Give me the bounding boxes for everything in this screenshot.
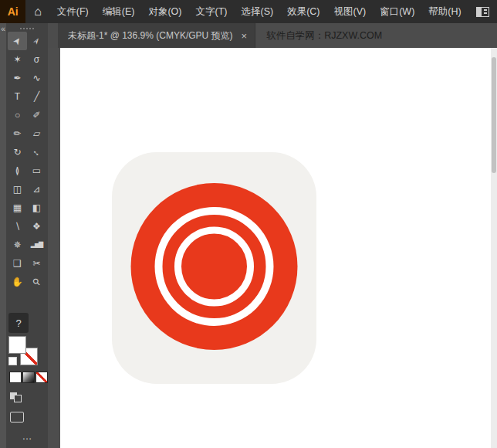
document-tab-label: 未标题-1* @ 136.9% (CMYK/GPU 预览): [68, 29, 233, 42]
line-segment-tool-icon: ╱: [34, 92, 39, 101]
tools-dock: « ➤ ➢ ✶ σ ✒ ∿ T ╱ ○ ✐ ✏ ▱ ↻ ↔ ≬ ▭ ◫ ⊿ ▦ …: [0, 23, 48, 448]
zoom-tool[interactable]: ⚲: [27, 273, 46, 291]
lasso-tool-icon: σ: [34, 55, 39, 64]
menu-select[interactable]: 选择(S): [234, 0, 280, 23]
slice-tool-icon: ✂: [32, 259, 40, 268]
color-mode-row: [9, 372, 48, 383]
pencil-tool[interactable]: ✏: [8, 124, 27, 143]
menu-window[interactable]: 窗口(W): [373, 0, 421, 23]
rotate-tool-icon: ↻: [13, 148, 21, 157]
width-tool[interactable]: ≬: [8, 161, 27, 180]
free-transform-tool-icon: ▭: [32, 166, 41, 175]
blend-tool-icon: ❖: [32, 222, 41, 231]
gradient-tool[interactable]: ◧: [27, 199, 46, 217]
mesh-tool-icon: ▦: [13, 203, 22, 212]
menu-effect[interactable]: 效果(C): [280, 0, 326, 23]
fill-stroke-control: [8, 336, 38, 365]
ellipse-tool[interactable]: ○: [8, 106, 27, 124]
home-icon[interactable]: ⌂: [25, 0, 49, 23]
artboard-tool-icon: ❑: [13, 259, 22, 268]
watermark-text: 软件自学网：RJZXW.COM: [255, 23, 382, 48]
graph-tool-icon: ▂▅▇: [31, 242, 42, 248]
type-tool-icon: T: [15, 92, 20, 101]
magic-wand-tool[interactable]: ✶: [8, 50, 27, 69]
document-tab[interactable]: 未标题-1* @ 136.9% (CMYK/GPU 预览) ×: [58, 23, 255, 48]
pencil-tool-icon: ✏: [13, 129, 21, 138]
ellipse-tool-icon: ○: [15, 110, 20, 120]
pen-tool[interactable]: ✒: [8, 69, 27, 87]
type-tool[interactable]: T: [8, 87, 27, 106]
artboard-canvas[interactable]: [60, 48, 491, 448]
toolbar-drag-handle[interactable]: [20, 28, 34, 29]
width-tool-icon: ≬: [15, 166, 20, 175]
blend-tool[interactable]: ❖: [27, 217, 46, 236]
zoom-tool-icon: ⚲: [31, 277, 42, 288]
workspace-switcher-icon: [476, 7, 489, 17]
help-box[interactable]: ?: [8, 313, 29, 333]
draw-behind-icon: [14, 395, 22, 402]
menu-view[interactable]: 视图(V): [327, 0, 374, 23]
collapse-panel-icon[interactable]: «: [1, 25, 5, 34]
curvature-tool[interactable]: ∿: [27, 69, 46, 87]
symbol-sprayer-tool-icon: ✵: [13, 240, 21, 249]
vertical-scrollbar-thumb[interactable]: [492, 57, 496, 173]
menu-bar: Ai ⌂ 文件(F) 编辑(E) 对象(O) 文字(T) 选择(S) 效果(C)…: [0, 0, 497, 23]
none-button[interactable]: [36, 372, 48, 383]
workspace-switcher-button[interactable]: [468, 0, 497, 23]
paintbrush-tool[interactable]: ✐: [27, 106, 46, 124]
symbol-sprayer-tool[interactable]: ✵: [8, 236, 27, 254]
toolbar-panel: ➤ ➢ ✶ σ ✒ ∿ T ╱ ○ ✐ ✏ ▱ ↻ ↔ ≬ ▭ ◫ ⊿ ▦ ◧ …: [6, 23, 48, 448]
help-box-glyph: ?: [15, 317, 21, 329]
default-fill-stroke-icon[interactable]: [8, 357, 17, 365]
eraser-tool[interactable]: ▱: [27, 124, 46, 143]
drawing-modes-button[interactable]: [10, 392, 22, 402]
curvature-tool-icon: ∿: [32, 73, 40, 83]
menu-edit[interactable]: 编辑(E): [96, 0, 142, 23]
menu-file[interactable]: 文件(F): [50, 0, 96, 23]
line-segment-tool[interactable]: ╱: [27, 87, 46, 106]
menu-help[interactable]: 帮助(H): [421, 0, 468, 23]
mesh-tool[interactable]: ▦: [8, 199, 27, 217]
pen-tool-icon: ✒: [13, 73, 21, 83]
edit-toolbar-ellipsis[interactable]: …: [22, 430, 32, 442]
slice-tool[interactable]: ✂: [27, 254, 46, 273]
eyedropper-tool[interactable]: ∖: [8, 217, 27, 236]
gradient-tool-icon: ◧: [32, 203, 41, 212]
eyedropper-tool-icon: ∖: [15, 222, 21, 231]
shape-builder-tool-icon: ◫: [13, 185, 22, 194]
hand-tool-icon: ✋: [12, 277, 23, 287]
eraser-tool-icon: ▱: [33, 129, 40, 138]
lasso-tool[interactable]: σ: [27, 50, 46, 69]
selection-tool[interactable]: ➤: [8, 32, 27, 50]
screen-mode-button[interactable]: [10, 412, 24, 423]
dock-collapse-strip: «: [0, 23, 6, 448]
selection-tool-icon: ➤: [12, 35, 24, 46]
perspective-grid-tool[interactable]: ⊿: [27, 180, 46, 199]
fill-swatch[interactable]: [8, 336, 26, 354]
document-tab-bar: 未标题-1* @ 136.9% (CMYK/GPU 预览) × 软件自学网：RJ…: [48, 23, 497, 48]
tools-grid: ➤ ➢ ✶ σ ✒ ∿ T ╱ ○ ✐ ✏ ▱ ↻ ↔ ≬ ▭ ◫ ⊿ ▦ ◧ …: [8, 32, 46, 291]
hand-tool[interactable]: ✋: [8, 273, 27, 291]
menu-type[interactable]: 文字(T): [189, 0, 235, 23]
vertical-scrollbar[interactable]: [491, 48, 497, 448]
paintbrush-tool-icon: ✐: [32, 110, 40, 120]
menu-object[interactable]: 对象(O): [141, 0, 188, 23]
perspective-grid-tool-icon: ⊿: [32, 185, 40, 194]
rotate-tool[interactable]: ↻: [8, 143, 27, 161]
free-transform-tool[interactable]: ▭: [27, 161, 46, 180]
artboard-tool[interactable]: ❑: [8, 254, 27, 273]
tab-close-icon[interactable]: ×: [242, 31, 248, 41]
gradient-button[interactable]: [22, 372, 35, 383]
direct-selection-tool[interactable]: ➢: [27, 32, 46, 50]
scale-tool[interactable]: ↔: [27, 143, 46, 161]
graph-tool[interactable]: ▂▅▇: [27, 236, 46, 254]
illustrator-logo[interactable]: Ai: [0, 0, 25, 23]
scale-tool-icon: ↔: [30, 146, 43, 159]
direct-selection-tool-icon: ➢: [31, 35, 43, 46]
magic-wand-tool-icon: ✶: [13, 55, 21, 64]
color-button[interactable]: [9, 372, 22, 383]
shape-builder-tool[interactable]: ◫: [8, 180, 27, 199]
app-icon-artwork[interactable]: [112, 152, 316, 384]
